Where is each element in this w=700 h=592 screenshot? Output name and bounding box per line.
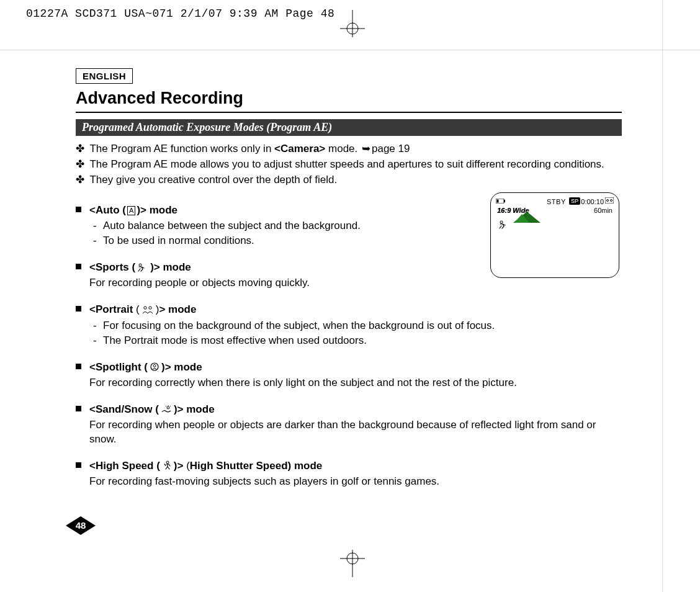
text: High Shutter Speed) mode <box>190 460 322 472</box>
svg-rect-17 <box>504 200 505 202</box>
battery-icon <box>496 198 506 205</box>
svg-point-15 <box>166 461 169 464</box>
prepress-header: 01227A SCD371 USA~071 2/1/07 9:39 AM Pag… <box>26 7 334 20</box>
bullet-icon: ✤ <box>76 158 84 170</box>
mode-heading: <High Speed ()> (High Shutter Speed) mod… <box>89 460 322 472</box>
bullet-icon: ✤ <box>76 174 84 186</box>
square-bullet-icon <box>76 264 81 269</box>
square-bullet-icon <box>76 406 81 411</box>
mode-desc: For recording fast-moving subjects such … <box>89 475 622 489</box>
page-number-badge: 48 <box>66 516 96 535</box>
svg-point-8 <box>149 306 151 308</box>
svg-line-13 <box>170 406 171 406</box>
text: <Sand/Snow ( <box>89 403 159 415</box>
page-title: Advanced Recording <box>76 89 622 108</box>
language-badge: ENGLISH <box>76 68 133 84</box>
sandsnow-icon <box>161 404 172 418</box>
text: <Auto ( <box>89 204 126 216</box>
intro-line-2: ✤ The Program AE mode allows you to adju… <box>76 158 622 172</box>
text: <High Speed ( <box>89 460 160 472</box>
mode-highspeed: <High Speed ()> (High Shutter Speed) mod… <box>76 459 622 489</box>
mode-desc: For recording people or objects moving q… <box>89 276 622 290</box>
crop-line-h <box>0 50 700 50</box>
content-area: ENGLISH Advanced Recording Programed Aut… <box>76 68 622 501</box>
sports-icon <box>137 262 148 276</box>
landscape-icon <box>513 212 541 225</box>
page-number: 48 <box>66 516 96 535</box>
text: <Sports ( <box>89 261 135 273</box>
text: )> mode <box>137 204 177 216</box>
registration-mark-bottom <box>340 550 365 580</box>
text: The Program AE mode allows you to adjust… <box>89 158 604 170</box>
intro-line-3: ✤ They give you creative control over th… <box>76 173 622 187</box>
timecode: 0:00:10 <box>581 198 604 205</box>
svg-point-10 <box>153 365 156 367</box>
text: The Program AE function works only in <box>89 143 274 155</box>
text: <Spotlight ( <box>89 361 148 373</box>
mode-heading: <Spotlight ()> mode <box>89 361 202 373</box>
crop-line-v <box>662 0 663 592</box>
camcorder-screen: STBY SP 0:00:10 60min 16:9 Wide <box>490 192 619 278</box>
svg-rect-18 <box>497 200 499 203</box>
text: <Portrait <box>89 303 133 315</box>
sp-badge: SP <box>569 197 580 205</box>
remaining-time: 60min <box>594 207 612 214</box>
text: )> <box>174 460 184 472</box>
intro-block: ✤ The Program AE function works only in … <box>76 142 622 187</box>
mode-desc: For recording when people or objects are… <box>89 418 622 447</box>
mode-desc: For recording correctly when there is on… <box>89 376 622 390</box>
page: { "print_header": "01227A SCD371 USA~071… <box>0 0 700 592</box>
svg-point-20 <box>607 200 609 202</box>
arrow-icon: ➥ <box>362 142 370 156</box>
square-bullet-icon <box>76 306 81 312</box>
text: They give you creative control over the … <box>89 174 337 186</box>
camera-mode-label: <Camera> <box>274 143 325 155</box>
square-bullet-icon <box>76 364 81 369</box>
title-rule <box>76 112 622 113</box>
text: > mode <box>159 303 196 315</box>
mode-heading: <Auto (A)> mode <box>89 204 177 216</box>
sub-item: The Portrait mode is most effective when… <box>89 334 622 348</box>
sub-item: For focusing on the background of the su… <box>89 319 622 333</box>
mode-sandsnow: <Sand/Snow ()> mode For recording when p… <box>76 403 622 447</box>
cassette-icon <box>605 197 614 205</box>
mode-heading: <Portrait ()> mode <box>89 303 196 315</box>
mode-spotlight: <Spotlight ()> mode For recording correc… <box>76 361 622 390</box>
page-ref: page 19 <box>372 143 410 155</box>
auto-a-icon: A <box>127 206 135 215</box>
svg-line-14 <box>166 406 166 406</box>
text: mode. <box>325 143 361 155</box>
mode-heading: <Sand/Snow ()> mode <box>89 403 215 415</box>
square-bullet-icon <box>76 207 81 212</box>
text: ( <box>133 303 139 315</box>
portrait-icon <box>141 304 154 318</box>
text: )> mode <box>150 261 191 273</box>
text: ( <box>183 460 189 472</box>
mode-heading: <Sports ()> mode <box>89 261 191 273</box>
square-bullet-icon <box>76 462 81 468</box>
text: )> mode <box>161 361 202 373</box>
registration-mark-top <box>340 10 365 40</box>
bullet-icon: ✤ <box>76 143 84 155</box>
svg-point-24 <box>500 221 503 223</box>
intro-line-1: ✤ The Program AE function works only in … <box>76 142 622 156</box>
svg-point-11 <box>167 406 169 409</box>
svg-point-21 <box>611 200 612 202</box>
text: )> mode <box>174 403 215 415</box>
stby-label: STBY <box>547 198 566 205</box>
mode-portrait: <Portrait ()> mode For focusing on the b… <box>76 303 622 349</box>
svg-point-6 <box>139 264 141 266</box>
svg-point-7 <box>144 306 146 308</box>
spotlight-icon <box>150 362 159 376</box>
sports-mode-icon <box>498 220 509 230</box>
highspeed-icon <box>162 460 172 475</box>
section-heading-bar: Programed Automatic Exposure Modes (Prog… <box>76 119 622 136</box>
